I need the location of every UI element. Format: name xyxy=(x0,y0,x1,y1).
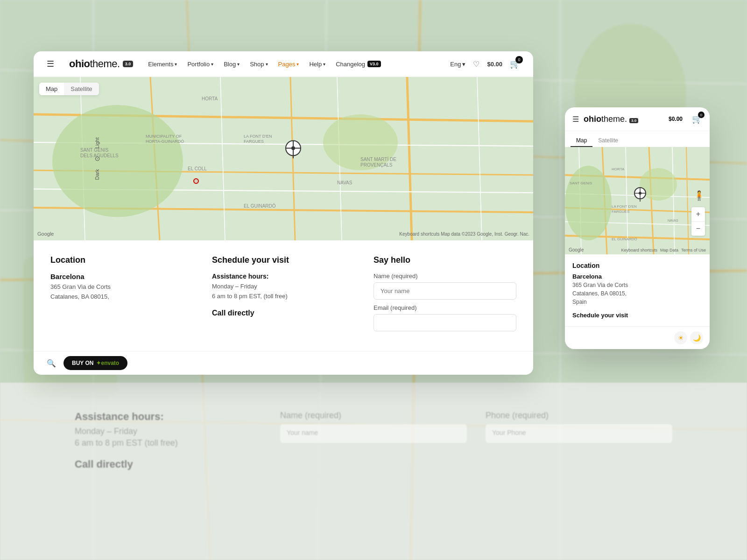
mobile-logo-badge: 3.0 xyxy=(629,118,638,123)
dark-theme-button[interactable]: 🌙 xyxy=(690,331,703,344)
svg-text:EL GUINARDÓ: EL GUINARDÓ xyxy=(244,203,276,209)
envato-logo: ✦envato xyxy=(96,360,119,366)
mobile-logo-text: ohiotheme. xyxy=(584,114,629,124)
mobile-window: ☰ ohiotheme. 3.0 $0.00 0 🛒 Map Satellite xyxy=(565,107,710,349)
background-blurred-content: Assistance hours: Monday – Friday 6 am t… xyxy=(0,383,747,560)
theme-toggle-icon[interactable]: ⊙ xyxy=(93,156,101,161)
bg-call-title: Call directly xyxy=(75,458,261,470)
logo-main-text: ohiotheme. xyxy=(69,58,120,70)
logo-version-badge: 3.0 xyxy=(123,61,134,67)
mobile-content: Location Barcelona 365 Gran Via de Corts… xyxy=(565,254,710,326)
location-section-title: Location xyxy=(50,255,193,265)
mobile-map-area: SANT GENIS HORTA LA FONT D'EN FARGUES EL… xyxy=(565,147,710,254)
svg-text:LA FONT D'EN: LA FONT D'EN xyxy=(612,204,637,209)
svg-text:EL GUINARDÓ: EL GUINARDÓ xyxy=(612,237,637,241)
mobile-map-zoom-controls: + − xyxy=(691,207,705,236)
schedule-days: Monday – Friday xyxy=(212,282,355,292)
cart-icon-wrapper[interactable]: 0 🛒 xyxy=(510,59,520,69)
mobile-cart-badge: 0 xyxy=(698,112,705,118)
search-icon[interactable]: 🔍 xyxy=(47,359,56,368)
mobile-nav: ☰ ohiotheme. 3.0 $0.00 0 🛒 xyxy=(565,107,710,131)
location-section: Location Barcelona 365 Gran Via de Corts… xyxy=(50,255,193,336)
mobile-location-address1: 365 Gran Via de Corts xyxy=(572,281,702,289)
language-selector[interactable]: Eng ▾ xyxy=(450,61,465,68)
mobile-cart-wrapper[interactable]: 0 🛒 xyxy=(692,114,702,124)
desktop-logo[interactable]: ohiotheme. 3.0 xyxy=(69,58,133,70)
svg-text:LA FONT D'EN: LA FONT D'EN xyxy=(244,134,272,139)
light-label: Light xyxy=(94,137,100,148)
svg-point-70 xyxy=(639,192,641,195)
desktop-bottom-bar: 🔍 BUY ON ✦envato xyxy=(34,351,533,375)
svg-text:FARGUES: FARGUES xyxy=(612,210,629,214)
nav-link-elements[interactable]: Elements ▾ xyxy=(148,61,177,68)
price-display: $0.00 xyxy=(487,61,502,68)
desktop-google-logo: Google xyxy=(37,231,54,237)
location-address-line2: Catalanes, BA 08015, xyxy=(50,292,193,302)
desktop-map-footer: Keyboard shortcuts Map data ©2023 Google… xyxy=(399,231,529,237)
svg-point-59 xyxy=(565,166,612,240)
location-address-line1: 365 Gran Via de Corts xyxy=(50,282,193,292)
bg-phone-input: Your Phone xyxy=(486,424,672,443)
desktop-map-tabs: Map Satellite xyxy=(39,83,99,95)
bg-name-label: Name (required) xyxy=(280,411,467,420)
mobile-map-data: Map Data xyxy=(660,248,678,252)
svg-point-28 xyxy=(52,105,183,217)
mobile-google-logo: Google xyxy=(569,247,584,252)
desktop-map-marker xyxy=(285,140,302,161)
schedule-section-title: Schedule your visit xyxy=(212,255,355,265)
hamburger-menu-icon[interactable]: ☰ xyxy=(47,59,54,69)
nav-link-pages[interactable]: Pages ▾ xyxy=(278,61,299,68)
mobile-person-icon: 🧍 xyxy=(693,190,705,201)
svg-text:NAVAS: NAVAS xyxy=(668,219,678,222)
mobile-map-footer-right: Keyboard shortcuts Map Data Terms of Use xyxy=(621,248,706,252)
nav-link-shop[interactable]: Shop ▾ xyxy=(250,61,268,68)
buy-on-envato-button[interactable]: BUY ON ✦envato xyxy=(63,356,127,370)
desktop-theme-toggle: Dark ⊙ Light xyxy=(93,137,101,180)
mobile-location-title: Location xyxy=(572,262,702,269)
bg-phone-label: Phone (required) xyxy=(486,411,672,420)
schedule-hours-label: Assistance hours: xyxy=(212,273,355,280)
dark-label: Dark xyxy=(94,169,100,180)
desktop-nav: ☰ ohiotheme. 3.0 Elements ▾ Portfolio ▾ … xyxy=(34,51,533,77)
mobile-map-marker xyxy=(634,187,647,204)
email-input[interactable] xyxy=(374,314,516,331)
mobile-theme-toggle: ☀ 🌙 xyxy=(674,331,703,344)
bg-name-input: Your name xyxy=(280,424,467,443)
mobile-bottom-bar: ☀ 🌙 xyxy=(565,326,710,349)
map-tab-satellite[interactable]: Satellite xyxy=(64,83,99,95)
svg-text:FARGUES: FARGUES xyxy=(244,139,264,144)
name-input[interactable] xyxy=(374,282,516,300)
svg-text:HORTA: HORTA xyxy=(202,96,218,101)
zoom-out-button[interactable]: − xyxy=(691,222,705,236)
mobile-map-tab-satellite[interactable]: Satellite xyxy=(592,135,624,147)
light-theme-button[interactable]: ☀ xyxy=(674,331,687,344)
svg-text:EL COLL: EL COLL xyxy=(188,166,207,171)
zoom-in-button[interactable]: + xyxy=(691,207,705,222)
nav-link-help[interactable]: Help ▾ xyxy=(309,61,325,68)
desktop-map-container: SANT GENIS DELS AGUDELLS HORTA EL COLL E… xyxy=(34,77,533,240)
svg-text:HORTA: HORTA xyxy=(612,167,625,171)
mobile-map-tab-map[interactable]: Map xyxy=(571,135,592,147)
changelog-version-badge: V3.0 xyxy=(367,61,381,67)
nav-link-changelog[interactable]: Changelog V3.0 xyxy=(336,61,381,68)
svg-point-29 xyxy=(323,114,398,170)
bg-schedule-label: Assistance hours: xyxy=(75,411,261,423)
mobile-terms-of-use: Terms of Use xyxy=(681,248,706,252)
map-tab-map[interactable]: Map xyxy=(39,83,64,95)
svg-text:SANT MARTÍ DE: SANT MARTÍ DE xyxy=(360,156,396,162)
cart-count-badge: 0 xyxy=(515,56,523,63)
mobile-keyboard-shortcuts: Keyboard shortcuts xyxy=(621,248,657,252)
nav-link-blog[interactable]: Blog ▾ xyxy=(224,61,240,68)
schedule-hours: 6 am to 8 pm EST, (toll free) xyxy=(212,292,355,301)
schedule-section: Schedule your visit Assistance hours: Mo… xyxy=(212,255,355,336)
mobile-map-tabs: Map Satellite xyxy=(565,131,710,147)
mobile-logo[interactable]: ohiotheme. 3.0 xyxy=(584,114,664,124)
mobile-location-country: Spain xyxy=(572,298,702,306)
wishlist-icon[interactable]: ♡ xyxy=(473,60,479,69)
location-city: Barcelona xyxy=(50,273,193,280)
nav-link-portfolio[interactable]: Portfolio ▾ xyxy=(187,61,213,68)
buy-label: BUY ON xyxy=(72,360,93,366)
mobile-hamburger-icon[interactable]: ☰ xyxy=(572,115,579,124)
desktop-nav-right: Eng ▾ ♡ $0.00 0 🛒 xyxy=(450,59,520,69)
name-field-label: Name (required) xyxy=(374,273,516,280)
